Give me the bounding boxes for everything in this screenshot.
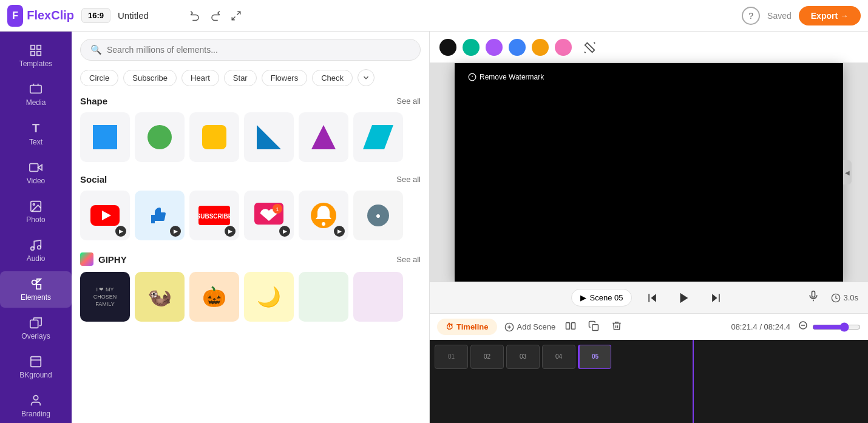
text-icon: T bbox=[32, 121, 39, 135]
tag-heart[interactable]: Heart bbox=[181, 70, 219, 86]
search-input[interactable] bbox=[107, 45, 410, 55]
sidebar-item-video[interactable]: Video bbox=[0, 155, 72, 191]
delete-button[interactable] bbox=[609, 318, 625, 336]
sidebar-item-text[interactable]: T Text bbox=[0, 115, 72, 152]
color-toolbar bbox=[430, 32, 868, 63]
giphy-item-5[interactable] bbox=[299, 272, 348, 322]
timeline-button[interactable]: ⏱ Timeline bbox=[437, 319, 497, 335]
social-see-all[interactable]: See all bbox=[396, 175, 421, 184]
giphy-grid: I ❤ MY CHOSEN FAMILY 🦦 🎃 🌙 bbox=[80, 272, 421, 322]
social-item-subscribe[interactable]: SUBSCRIBE ▶ bbox=[189, 191, 239, 240]
shape-item-square[interactable] bbox=[80, 112, 130, 162]
help-button[interactable]: ? bbox=[742, 7, 760, 25]
undo-button[interactable] bbox=[186, 7, 204, 25]
sidebar-item-templates[interactable]: Templates bbox=[0, 38, 72, 74]
zoom-out-button[interactable] bbox=[798, 320, 809, 334]
giphy-item-2[interactable]: 🦦 bbox=[135, 272, 185, 322]
watermark-text: Remove Watermark bbox=[480, 73, 544, 81]
giphy-see-all[interactable]: See all bbox=[396, 255, 421, 264]
zoom-slider[interactable] bbox=[812, 322, 861, 332]
color-swatch-yellow[interactable] bbox=[532, 39, 549, 56]
shape-see-all[interactable]: See all bbox=[396, 96, 421, 106]
play-button[interactable] bbox=[673, 287, 695, 309]
scene-button[interactable]: ▶ Scene 05 bbox=[571, 289, 632, 306]
sidebar-item-bkground[interactable]: BKground bbox=[0, 349, 72, 385]
video-area: Remove Watermark ◀ bbox=[430, 63, 868, 282]
aspect-ratio-button[interactable]: 16:9 bbox=[81, 8, 110, 23]
audio-icon bbox=[29, 239, 42, 252]
svg-marker-9 bbox=[38, 164, 42, 170]
giphy-item-3[interactable]: 🎃 bbox=[189, 272, 239, 322]
fullscreen-button[interactable] bbox=[227, 7, 245, 25]
color-swatch-black[interactable] bbox=[439, 39, 456, 56]
svg-marker-42 bbox=[651, 294, 656, 302]
redo-button[interactable] bbox=[206, 7, 225, 25]
clip-01[interactable]: 01 bbox=[435, 345, 468, 369]
clip-03[interactable]: 03 bbox=[506, 345, 540, 369]
sidebar-item-overlays[interactable]: Overlays bbox=[0, 310, 72, 347]
photo-icon bbox=[29, 200, 42, 213]
tag-subscribe[interactable]: Subscribe bbox=[123, 70, 177, 86]
svg-rect-24 bbox=[202, 125, 226, 149]
svg-marker-17 bbox=[37, 279, 41, 283]
track-row-main: 01 02 03 04 05 bbox=[430, 340, 868, 373]
social-item-like[interactable]: ▶ bbox=[135, 191, 185, 240]
sidebar-label-elements: Elements bbox=[21, 293, 51, 302]
panel-collapse-handle[interactable]: ◀ bbox=[843, 160, 852, 184]
giphy-item-1[interactable]: I ❤ MY CHOSEN FAMILY bbox=[80, 272, 130, 322]
logo: F FlexClip bbox=[7, 5, 74, 27]
svg-rect-54 bbox=[572, 322, 575, 329]
shape-section-title: Shape bbox=[80, 96, 107, 106]
color-swatch-purple[interactable] bbox=[486, 39, 503, 56]
project-title-input[interactable] bbox=[118, 10, 178, 21]
clip-04[interactable]: 04 bbox=[542, 345, 575, 369]
shape-item-rounded-square[interactable] bbox=[189, 112, 239, 162]
shape-item-triangle[interactable] bbox=[299, 112, 348, 162]
shape-item-right-triangle[interactable] bbox=[244, 112, 294, 162]
sidebar-item-media[interactable]: Media bbox=[0, 76, 72, 113]
clip-02[interactable]: 02 bbox=[470, 345, 504, 369]
color-swatch-teal[interactable] bbox=[463, 39, 480, 56]
skip-back-button[interactable] bbox=[642, 287, 663, 309]
media-icon bbox=[29, 83, 42, 96]
tags-more-button[interactable] bbox=[358, 69, 375, 86]
fill-color-tool[interactable] bbox=[580, 38, 600, 57]
color-swatch-blue[interactable] bbox=[509, 39, 526, 56]
video-icon bbox=[29, 161, 42, 174]
playback-bar: ▶ Scene 05 3.0s bbox=[430, 282, 868, 313]
giphy-item-4[interactable]: 🌙 bbox=[244, 272, 294, 322]
mic-button[interactable] bbox=[807, 289, 819, 306]
add-scene-button[interactable]: Add Scene bbox=[504, 322, 556, 332]
shape-item-parallelogram[interactable] bbox=[353, 112, 403, 162]
split-button[interactable] bbox=[563, 318, 578, 336]
tag-star[interactable]: Star bbox=[224, 70, 257, 86]
tag-circle[interactable]: Circle bbox=[80, 70, 118, 86]
svg-marker-27 bbox=[363, 125, 393, 149]
social-item-notification[interactable]: ▶ bbox=[299, 191, 348, 240]
svg-rect-47 bbox=[812, 291, 815, 297]
svg-marker-44 bbox=[680, 293, 688, 303]
sidebar-item-branding[interactable]: Branding bbox=[0, 388, 72, 423]
export-button[interactable]: Export → bbox=[799, 6, 861, 25]
clip-05[interactable]: 05 bbox=[578, 345, 611, 369]
color-swatch-pink[interactable] bbox=[555, 39, 572, 56]
tag-check[interactable]: Check bbox=[312, 70, 353, 86]
animated-badge-2: ▶ bbox=[170, 226, 181, 237]
social-item-extra[interactable]: ● bbox=[353, 191, 403, 240]
giphy-item-6[interactable] bbox=[353, 272, 403, 322]
shape-item-circle[interactable] bbox=[135, 112, 185, 162]
sidebar-item-audio[interactable]: Audio bbox=[0, 232, 72, 269]
duration-display: 3.0s bbox=[831, 293, 858, 303]
svg-rect-10 bbox=[30, 164, 38, 172]
tag-flowers[interactable]: Flowers bbox=[262, 70, 308, 86]
duplicate-button[interactable] bbox=[586, 318, 602, 336]
topbar: F FlexClip 16:9 ? Saved Export → bbox=[0, 0, 868, 32]
timeline-tracks: 01 02 03 04 05 bbox=[430, 340, 868, 423]
sidebar-label-branding: Branding bbox=[21, 410, 50, 418]
social-item-heart-notification[interactable]: 1 ▶ bbox=[244, 191, 294, 240]
sidebar-item-photo[interactable]: Photo bbox=[0, 194, 72, 230]
social-item-youtube[interactable]: ▶ bbox=[80, 191, 130, 240]
skip-forward-button[interactable] bbox=[705, 287, 727, 309]
watermark-bar[interactable]: Remove Watermark bbox=[462, 70, 550, 84]
sidebar-item-elements[interactable]: Elements bbox=[0, 271, 72, 308]
